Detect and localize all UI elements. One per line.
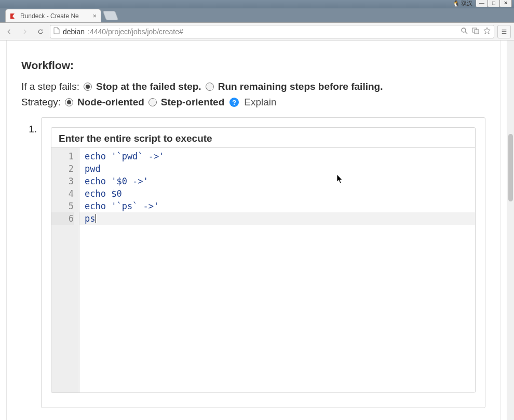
fail-continue-label: Run remaining steps before failing. <box>218 81 383 92</box>
arrow-right-icon <box>22 27 28 36</box>
strategy-label: Strategy: <box>21 97 61 108</box>
browser-menu-button[interactable] <box>497 25 511 38</box>
browser-tab[interactable]: Rundeck - Create Ne × <box>5 9 101 22</box>
svg-rect-2 <box>475 30 479 34</box>
gutter-line-number: 5 <box>51 200 74 212</box>
strategy-step-label: Step-oriented <box>161 97 224 108</box>
text-caret <box>96 214 96 223</box>
script-step-heading: Enter the entire script to execute <box>51 128 475 147</box>
new-tab-button[interactable] <box>103 11 119 20</box>
arrow-left-icon <box>6 27 12 36</box>
os-tray: 🐧 双汉 <box>452 0 472 7</box>
tab-close-icon[interactable]: × <box>92 12 97 19</box>
step-card: Enter the entire script to execute 12345… <box>41 117 485 408</box>
url-rest: :4440/project/jobs/job/create# <box>88 28 183 36</box>
step-list: 1. Enter the entire script to execute 12… <box>21 117 485 408</box>
gutter-line-number: 1 <box>51 150 74 162</box>
star-icon[interactable] <box>483 27 491 36</box>
url-host: debian <box>63 28 85 36</box>
nav-reload-button[interactable] <box>34 25 47 38</box>
script-step-card: Enter the entire script to execute 12345… <box>51 127 476 393</box>
strategy-step-radio[interactable] <box>148 98 157 106</box>
strategy-node-radio[interactable] <box>65 98 73 106</box>
fail-behavior-row: If a step fails: Stop at the failed step… <box>21 81 485 92</box>
omnibox-right-icons <box>461 27 491 36</box>
code-line[interactable]: echo '$0 ->' <box>85 175 475 187</box>
os-titlebar: 🐧 双汉 — □ ✕ <box>0 0 514 8</box>
browser-tabstrip: Rundeck - Create Ne × <box>0 8 514 23</box>
window-controls: — □ ✕ <box>476 0 512 7</box>
hamburger-icon <box>501 28 507 35</box>
code-line[interactable]: pwd <box>85 162 475 175</box>
gutter-line-number: 2 <box>51 162 74 175</box>
fail-label: If a step fails: <box>21 81 79 92</box>
penguin-icon: 🐧 <box>452 0 460 7</box>
code-line[interactable]: echo '`ps` ->' <box>85 200 475 212</box>
fail-continue-radio[interactable] <box>206 83 214 91</box>
fail-stop-radio[interactable] <box>84 83 92 91</box>
app-window: 🐧 双汉 — □ ✕ Rundeck - Create Ne × <box>0 0 514 420</box>
scrollbar-thumb[interactable] <box>508 134 513 201</box>
ime-indicator: 双汉 <box>461 0 472 7</box>
editor-code[interactable]: echo '`pwd` ->'pwdecho '$0 ->'echo $0ech… <box>79 148 475 392</box>
gutter-line-number: 6 <box>51 212 74 225</box>
fail-stop-label: Stop at the failed step. <box>96 81 201 92</box>
script-editor[interactable]: 123456 echo '`pwd` ->'pwdecho '$0 ->'ech… <box>51 147 475 392</box>
strategy-node-label: Node-oriented <box>77 97 144 108</box>
browser-toolbar: debian:4440/project/jobs/job/create# <box>0 23 514 40</box>
page-scrollbar[interactable] <box>507 40 514 420</box>
omnibox[interactable]: debian:4440/project/jobs/job/create# <box>50 25 494 38</box>
reload-icon <box>37 28 44 36</box>
browser-viewport: Workflow: If a step fails: Stop at the f… <box>0 40 514 420</box>
step-number: 1. <box>21 117 37 135</box>
gutter-line-number: 3 <box>51 175 74 187</box>
editor-gutter: 123456 <box>51 148 79 392</box>
job-form-panel: Workflow: If a step fails: Stop at the f… <box>6 40 501 420</box>
workflow-heading: Workflow: <box>21 59 485 72</box>
window-close-button[interactable]: ✕ <box>499 0 512 7</box>
code-line[interactable]: echo $0 <box>85 187 475 200</box>
tab-title: Rundeck - Create Ne <box>20 12 89 20</box>
nav-back-button[interactable] <box>3 25 16 38</box>
rundeck-favicon-icon <box>10 12 17 20</box>
gutter-line-number: 4 <box>51 187 74 200</box>
window-minimize-button[interactable]: — <box>476 0 488 7</box>
page-icon <box>53 27 60 36</box>
translate-icon[interactable] <box>472 27 479 36</box>
code-line[interactable]: echo '`pwd` ->' <box>85 150 475 162</box>
strategy-row: Strategy: Node-oriented Step-oriented ? … <box>21 97 485 108</box>
explain-link[interactable]: Explain <box>244 97 276 108</box>
page-body: Workflow: If a step fails: Stop at the f… <box>0 40 507 420</box>
nav-forward-button[interactable] <box>19 25 31 38</box>
zoom-icon[interactable] <box>461 27 468 36</box>
help-icon[interactable]: ? <box>229 98 239 107</box>
code-line[interactable]: ps <box>79 212 475 225</box>
window-maximize-button[interactable]: □ <box>488 0 500 7</box>
svg-point-0 <box>462 28 466 32</box>
